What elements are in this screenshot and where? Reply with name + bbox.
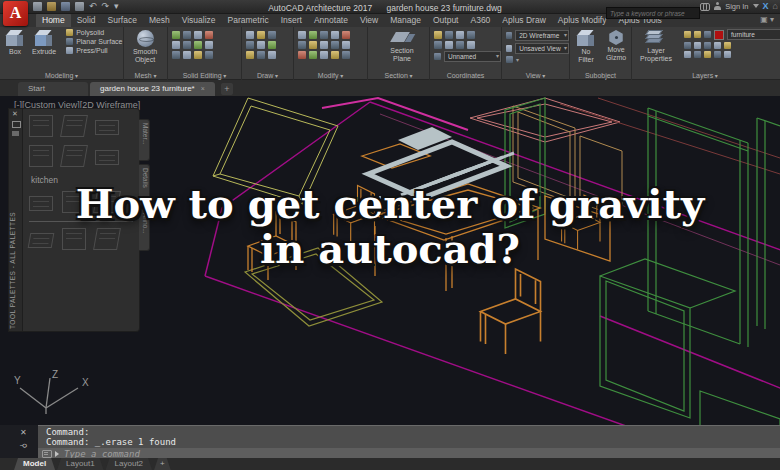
- trim-icon[interactable]: [320, 31, 328, 39]
- new-layout-button[interactable]: +: [154, 458, 171, 470]
- qat-dropdown-icon[interactable]: ▾: [114, 2, 119, 11]
- file-tab-start[interactable]: Start: [18, 82, 88, 96]
- tab-annotate[interactable]: Annotate: [308, 13, 354, 27]
- spline-icon[interactable]: [257, 51, 265, 59]
- model-tab[interactable]: Model: [14, 458, 55, 470]
- new-file-icon[interactable]: [33, 2, 42, 11]
- saved-view-dropdown[interactable]: Unsaved View: [515, 43, 569, 54]
- intersect-icon[interactable]: [194, 31, 202, 39]
- palette-tool-bed[interactable]: [28, 233, 55, 248]
- layer-current-icon[interactable]: [724, 42, 731, 49]
- planar-surface-tool[interactable]: Planar Surface: [66, 38, 122, 45]
- drawing-viewport[interactable]: [-][Custom View][2D Wireframe] ✕ TOOL PA…: [0, 96, 780, 425]
- no-filter-tool[interactable]: No Filter: [573, 30, 599, 64]
- palette-autohide-icon[interactable]: [12, 121, 21, 128]
- ucs-3point-icon[interactable]: [467, 41, 475, 49]
- ucs-view-icon[interactable]: [467, 31, 475, 39]
- file-tab-document[interactable]: garden house 23 furniture*×: [90, 82, 215, 96]
- visual-style-dropdown[interactable]: 2D Wireframe: [515, 30, 569, 41]
- layer-merge-icon[interactable]: [714, 51, 721, 58]
- help-search-input[interactable]: [606, 7, 700, 19]
- ucs-named-dropdown[interactable]: Unnamed: [444, 51, 501, 62]
- palette-tool-drawer-unit[interactable]: [60, 145, 88, 167]
- tab-parametric[interactable]: Parametric: [222, 13, 275, 27]
- explode-icon[interactable]: [342, 41, 350, 49]
- palette-tool-tall-cabinet[interactable]: [60, 115, 88, 137]
- tab-solid[interactable]: Solid: [71, 13, 102, 27]
- sign-in-button[interactable]: Sign In: [725, 2, 748, 11]
- palette-close-icon[interactable]: ✕: [12, 110, 18, 118]
- subtract-icon[interactable]: [183, 31, 191, 39]
- shell-icon[interactable]: [172, 51, 180, 59]
- tab-output[interactable]: Output: [427, 13, 465, 27]
- ucs-z-icon[interactable]: [456, 31, 464, 39]
- layer-properties-tool[interactable]: Layer Properties: [636, 30, 676, 63]
- palette-tab-materials[interactable]: Mater...: [139, 119, 150, 161]
- presspull-tool[interactable]: Press/Pull: [66, 47, 122, 54]
- layer-lock-icon[interactable]: [704, 31, 711, 38]
- imprint-icon[interactable]: [205, 41, 213, 49]
- layer-unlock-icon[interactable]: [704, 51, 711, 58]
- redo-icon[interactable]: ↷: [102, 2, 110, 11]
- rotate-icon[interactable]: [309, 31, 317, 39]
- move-gizmo-tool[interactable]: Move Gizmo: [603, 30, 629, 64]
- tab-aplus-modify[interactable]: Aplus Modify: [552, 13, 613, 27]
- taper-face-icon[interactable]: [183, 41, 191, 49]
- ribbon-options-icon[interactable]: ▣ ▾: [760, 13, 774, 27]
- layer-off-icon[interactable]: [684, 42, 691, 49]
- layer-color-swatch[interactable]: [714, 30, 724, 40]
- arc-icon[interactable]: [246, 41, 254, 49]
- communication-center-icon[interactable]: ⌂: [773, 1, 778, 11]
- move-icon[interactable]: [298, 31, 306, 39]
- clean-icon[interactable]: [205, 51, 213, 59]
- offset-icon[interactable]: [331, 41, 339, 49]
- open-file-icon[interactable]: [47, 2, 56, 11]
- exchange-apps-icon[interactable]: X: [763, 1, 769, 11]
- align-icon[interactable]: [320, 51, 328, 59]
- circle-icon[interactable]: [268, 31, 276, 39]
- tab-manage[interactable]: Manage: [384, 13, 427, 27]
- signin-dropdown-icon[interactable]: [753, 4, 759, 8]
- layer-walk-icon[interactable]: [684, 51, 691, 58]
- layout1-tab[interactable]: Layout1: [57, 458, 103, 470]
- command-customize-icon[interactable]: ⚲: [19, 443, 27, 450]
- ellipse-icon[interactable]: [268, 41, 276, 49]
- join-icon[interactable]: [342, 51, 350, 59]
- palette-tool-shelf[interactable]: [95, 150, 119, 165]
- palette-properties-icon[interactable]: [12, 131, 19, 136]
- chamfer-icon[interactable]: [331, 51, 339, 59]
- command-close-icon[interactable]: ✕: [20, 429, 27, 437]
- ucs-world-icon[interactable]: [434, 31, 442, 39]
- measure-icon[interactable]: [309, 51, 317, 59]
- palette-tool-counter[interactable]: [95, 120, 119, 135]
- extract-edge-icon[interactable]: [194, 41, 202, 49]
- scale-icon[interactable]: [309, 41, 317, 49]
- viewport-config-icon[interactable]: [506, 56, 513, 63]
- point-icon[interactable]: [268, 51, 276, 59]
- layer-prev-icon[interactable]: [714, 42, 721, 49]
- layer-dropdown[interactable]: furniture: [727, 29, 780, 40]
- tab-mesh[interactable]: Mesh: [143, 13, 176, 27]
- stretch-icon[interactable]: [298, 41, 306, 49]
- palette-tool-base-cabinet[interactable]: [29, 145, 53, 167]
- box-tool[interactable]: Box: [6, 30, 24, 56]
- layer-thaw-icon[interactable]: [694, 51, 701, 58]
- ucs-prev-icon[interactable]: [434, 41, 442, 49]
- save-icon[interactable]: [61, 2, 70, 11]
- separate-icon[interactable]: [183, 51, 191, 59]
- smooth-object-tool[interactable]: Smooth Object: [128, 30, 162, 64]
- layer-freeze-icon[interactable]: [694, 31, 701, 38]
- ucs-object-icon[interactable]: [456, 41, 464, 49]
- erase-icon[interactable]: [298, 51, 306, 59]
- polysolid-tool[interactable]: Polysolid: [66, 29, 122, 36]
- palette-titlebar[interactable]: ✕ TOOL PALETTES - ALL PALETTES: [8, 108, 23, 332]
- mirror-icon[interactable]: [342, 31, 350, 39]
- array-icon[interactable]: [320, 41, 328, 49]
- tab-visualize[interactable]: Visualize: [176, 13, 222, 27]
- rectangle-icon[interactable]: [257, 41, 265, 49]
- layout2-tab[interactable]: Layout2: [106, 458, 152, 470]
- search-binoculars-icon[interactable]: [700, 3, 710, 10]
- tab-close-icon[interactable]: ×: [201, 85, 205, 92]
- check-icon[interactable]: [194, 51, 202, 59]
- copy-icon[interactable]: [331, 31, 339, 39]
